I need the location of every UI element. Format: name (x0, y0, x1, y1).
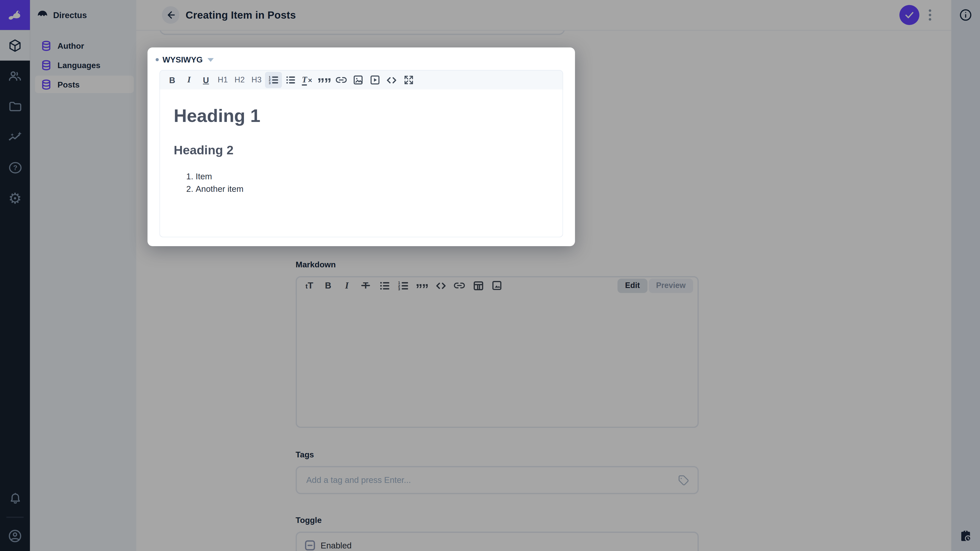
editor-ordered-list: Item Another item (160, 170, 563, 195)
editor-heading-2: Heading 2 (174, 143, 563, 157)
ordered-list-icon: 123 (268, 74, 279, 86)
wysiwyg-editor[interactable]: Heading 1 Heading 2 Item Another item (159, 89, 563, 237)
link-icon (334, 74, 347, 86)
h2-button[interactable]: H2 (231, 72, 248, 88)
fullscreen-icon (403, 74, 414, 86)
h1-button[interactable]: H1 (215, 72, 231, 88)
bullet-list-button[interactable] (282, 72, 299, 88)
fullscreen-button[interactable] (400, 72, 417, 88)
list-item: Another item (196, 183, 563, 195)
list-item: Item (196, 170, 563, 183)
h3-button[interactable]: H3 (248, 72, 265, 88)
bold-button[interactable]: B (164, 72, 181, 88)
clear-format-icon: T✕ (302, 75, 312, 85)
svg-text:3: 3 (269, 81, 270, 85)
code-icon (386, 74, 398, 86)
code-button[interactable] (383, 72, 400, 88)
video-icon (369, 74, 380, 86)
wysiwyg-field-card: WYSIWYG B I U H1 H2 H3 123 T✕ ”” (148, 48, 575, 246)
italic-button[interactable]: I (181, 72, 197, 88)
blockquote-icon: ”” (317, 81, 331, 87)
link-button[interactable] (332, 72, 349, 88)
wysiwyg-label-row: WYSIWYG (156, 54, 575, 65)
image-icon (352, 74, 363, 86)
clear-format-button[interactable]: T✕ (299, 72, 316, 88)
wysiwyg-toolbar: B I U H1 H2 H3 123 T✕ ”” (159, 70, 563, 90)
editor-heading-1: Heading 1 (174, 105, 563, 126)
underline-button[interactable]: U (197, 72, 215, 88)
image-button[interactable] (349, 72, 366, 88)
video-button[interactable] (366, 72, 383, 88)
bullet-list-icon (285, 74, 296, 86)
blockquote-button[interactable]: ”” (316, 68, 332, 92)
field-dot-icon (156, 58, 159, 61)
wysiwyg-field-label: WYSIWYG (162, 55, 203, 64)
ordered-list-button[interactable]: 123 (265, 72, 282, 88)
app-window: ? ⚙ Directus (0, 0, 980, 551)
chevron-down-icon[interactable] (208, 58, 214, 62)
